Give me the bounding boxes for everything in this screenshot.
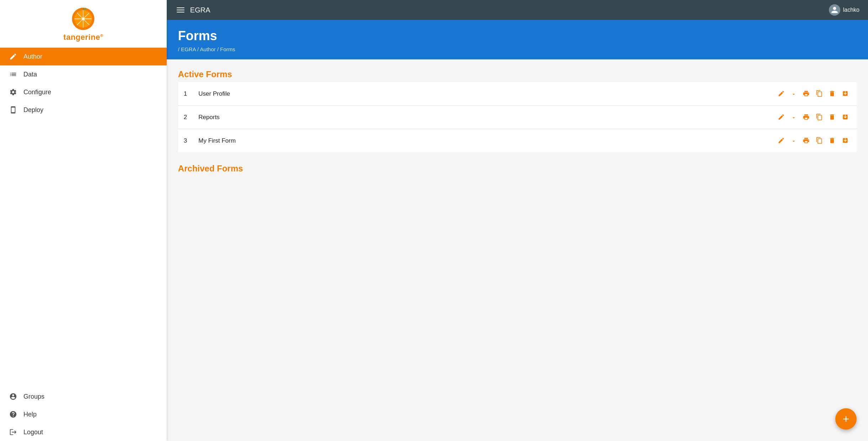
page-header: Forms / EGRA / Author / Forms (167, 20, 868, 59)
sidebar-item-configure[interactable]: Configure (0, 83, 167, 101)
form-number: 1 (178, 82, 193, 106)
sidebar-item-author[interactable]: Author (0, 48, 167, 65)
delete-button[interactable] (826, 136, 838, 145)
help-icon (9, 410, 18, 418)
logout-icon (9, 428, 18, 436)
archived-forms-title: Archived Forms (178, 164, 857, 174)
sidebar-item-data[interactable]: Data (0, 65, 167, 83)
page-title: Forms (178, 28, 857, 43)
main-area: EGRA lachko Forms / EGRA / Author / Form… (167, 0, 868, 441)
form-number: 3 (178, 129, 193, 153)
sidebar-label-help: Help (23, 411, 37, 418)
form-number: 2 (178, 106, 193, 129)
menu-button[interactable] (175, 6, 186, 14)
active-forms-title: Active Forms (178, 69, 857, 79)
edit-button[interactable] (776, 89, 787, 99)
user-avatar (829, 4, 840, 16)
sidebar-item-logout[interactable]: Logout (0, 423, 167, 441)
delete-button[interactable] (826, 112, 838, 122)
copy-button[interactable] (814, 89, 825, 99)
svg-point-6 (82, 17, 85, 21)
logo-image (71, 6, 96, 31)
form-actions (432, 82, 857, 106)
gear-icon (9, 88, 18, 96)
sidebar-item-groups[interactable]: Groups (0, 388, 167, 405)
download-button[interactable] (840, 89, 851, 99)
table-row: 2 Reports (178, 106, 857, 129)
sidebar-item-deploy[interactable]: Deploy (0, 101, 167, 119)
download-button[interactable] (840, 112, 851, 122)
print-button[interactable] (800, 136, 812, 145)
content-area: Active Forms 1 User Profile (167, 59, 868, 441)
edit-button[interactable] (776, 136, 787, 145)
form-actions (432, 129, 857, 153)
logo-text: tangerine® (63, 33, 103, 42)
form-name: User Profile (193, 82, 432, 106)
form-name: My First Form (193, 129, 432, 153)
sidebar-label-logout: Logout (23, 429, 43, 436)
delete-button[interactable] (826, 89, 838, 99)
user-menu[interactable]: lachko (829, 4, 859, 16)
sidebar-label-data: Data (23, 71, 37, 78)
topbar: EGRA lachko (167, 0, 868, 20)
pencil-icon (9, 53, 18, 60)
breadcrumb: / EGRA / Author / Forms (178, 46, 857, 52)
edit-button[interactable] (776, 112, 787, 122)
copy-button[interactable] (814, 136, 825, 145)
username-label: lachko (843, 7, 859, 13)
active-forms-table: 1 User Profile (178, 82, 857, 152)
active-forms-section: Active Forms 1 User Profile (178, 69, 857, 152)
sidebar-nav: Author Data Configure Deploy (0, 46, 167, 441)
print-button[interactable] (800, 112, 812, 122)
dropdown-button[interactable] (789, 113, 799, 122)
list-icon (9, 70, 18, 78)
table-row: 3 My First Form (178, 129, 857, 153)
sidebar-label-deploy: Deploy (23, 106, 43, 114)
phone-icon (9, 106, 18, 114)
dropdown-button[interactable] (789, 137, 799, 145)
sidebar-label-author: Author (23, 53, 42, 60)
logo-area: tangerine® (0, 0, 167, 46)
sidebar-label-groups: Groups (23, 393, 44, 400)
archived-forms-section: Archived Forms (178, 164, 857, 174)
table-row: 1 User Profile (178, 82, 857, 106)
groups-icon (9, 393, 18, 400)
print-button[interactable] (800, 89, 812, 99)
sidebar: tangerine® Author Data Configure (0, 0, 167, 441)
sidebar-item-help[interactable]: Help (0, 405, 167, 423)
topbar-title: EGRA (190, 6, 825, 14)
form-name: Reports (193, 106, 432, 129)
dropdown-button[interactable] (789, 90, 799, 99)
sidebar-label-configure: Configure (23, 89, 51, 96)
copy-button[interactable] (814, 112, 825, 122)
form-actions (432, 106, 857, 129)
add-form-button[interactable]: + (835, 408, 857, 430)
download-button[interactable] (840, 136, 851, 145)
